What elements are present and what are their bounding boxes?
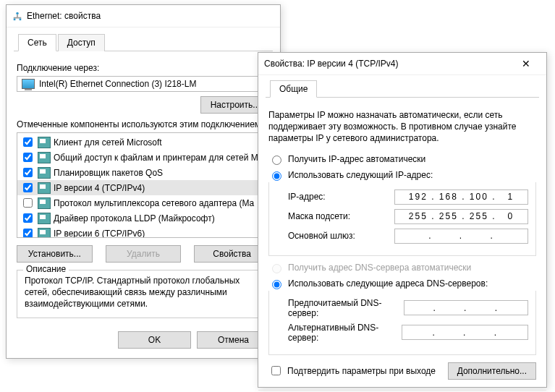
- list-item[interactable]: IP версии 4 (TCP/IPv4): [17, 180, 269, 195]
- radio-auto-ip[interactable]: Получить IP-адрес автоматически: [268, 153, 536, 165]
- description-group: Описание Протокол TCP/IP. Стандартный пр…: [17, 270, 270, 318]
- window-body: Параметры IP можно назначать автоматичес…: [258, 98, 546, 387]
- titlebar[interactable]: Ethernet: свойства: [7, 5, 280, 27]
- radio-label: Использовать следующие адреса DNS-сервер…: [288, 278, 488, 289]
- components-listbox[interactable]: Клиент для сетей Microsoft Общий доступ …: [17, 132, 270, 238]
- list-item[interactable]: Планировщик пакетов QoS: [17, 165, 269, 180]
- titlebar[interactable]: Свойства: IP версии 4 (TCP/IPv4) ✕: [258, 53, 546, 75]
- list-item[interactable]: Протокол мультиплексора сетевого адаптер…: [17, 195, 269, 210]
- adapter-name: Intel(R) Ethernet Connection (3) I218-LM: [39, 79, 196, 89]
- item-checkbox[interactable]: [23, 168, 33, 177]
- dns-fieldset: Предпочитаемый DNS-сервер: Альтернативны…: [268, 291, 536, 355]
- svg-rect-1: [17, 14, 18, 17]
- item-checkbox[interactable]: [23, 183, 33, 192]
- ok-button[interactable]: OK: [118, 331, 191, 349]
- item-checkbox[interactable]: [23, 198, 33, 208]
- radio-input[interactable]: [272, 171, 281, 181]
- item-label: Клиент для сетей Microsoft: [54, 137, 162, 148]
- item-label: Драйвер протокола LLDP (Майкрософт): [54, 213, 215, 223]
- nic-icon: [22, 79, 35, 89]
- confirm-on-exit-label: Подтвердить параметры при выходе: [287, 366, 436, 376]
- ethernet-properties-window: Ethernet: свойства Сеть Доступ Подключен…: [6, 4, 281, 359]
- item-label: Общий доступ к файлам и принтерам для се…: [54, 153, 260, 163]
- radio-input: [272, 264, 281, 273]
- ip-fieldset: IP-адрес: Маска подсети: Основной шлюз:: [268, 182, 536, 256]
- tab-network[interactable]: Сеть: [18, 34, 56, 51]
- connect-via-label: Подключение через:: [17, 63, 270, 73]
- ip-address-input[interactable]: [394, 189, 528, 205]
- description-title: Описание: [23, 264, 69, 274]
- tab-access[interactable]: Доступ: [58, 34, 105, 51]
- components-label: Отмеченные компоненты используются этим …: [17, 119, 270, 129]
- ip-label: IP-адрес:: [288, 192, 326, 202]
- item-checkbox[interactable]: [23, 153, 33, 162]
- component-icon: [38, 228, 51, 239]
- radio-manual-ip[interactable]: Использовать следующий IP-адрес:: [268, 169, 536, 181]
- radio-label: Использовать следующий IP-адрес:: [288, 170, 433, 180]
- component-icon: [38, 182, 51, 194]
- item-label: Планировщик пакетов QoS: [54, 168, 163, 178]
- component-icon: [38, 213, 51, 224]
- radio-input[interactable]: [272, 155, 281, 165]
- adapter-field: Intel(R) Ethernet Connection (3) I218-LM: [17, 76, 270, 92]
- list-item[interactable]: Общий доступ к файлам и принтерам для се…: [17, 150, 269, 165]
- item-checkbox[interactable]: [23, 137, 33, 147]
- svg-rect-3: [14, 19, 16, 21]
- intro-text: Параметры IP можно назначать автоматичес…: [268, 109, 536, 145]
- svg-rect-4: [20, 19, 22, 21]
- dialog-buttons: OK Отмена: [7, 325, 280, 357]
- remove-button[interactable]: Удалить: [106, 245, 182, 263]
- radio-auto-dns[interactable]: Получить адрес DNS-сервера автоматически: [268, 262, 536, 273]
- ipv4-properties-window: Свойства: IP версии 4 (TCP/IPv4) ✕ Общие…: [258, 52, 547, 388]
- gateway-label: Основной шлюз:: [288, 231, 355, 241]
- item-label: Протокол мультиплексора сетевого адаптер…: [54, 198, 254, 208]
- svg-rect-2: [14, 17, 22, 19]
- close-icon[interactable]: ✕: [512, 58, 541, 69]
- subnet-mask-input[interactable]: [394, 209, 528, 224]
- list-item[interactable]: IP версии 6 (TCP/IPv6): [17, 226, 269, 238]
- confirm-on-exit-checkbox[interactable]: [271, 366, 281, 375]
- component-icon: [38, 197, 51, 209]
- radio-label: Получить адрес DNS-сервера автоматически: [288, 263, 471, 273]
- item-label: IP версии 6 (TCP/IPv6): [54, 229, 145, 239]
- component-icon: [38, 167, 51, 179]
- tabstrip: Сеть Доступ: [14, 33, 273, 51]
- radio-label: Получить IP-адрес автоматически: [288, 154, 425, 164]
- item-label: IP версии 4 (TCP/IPv4): [54, 183, 145, 193]
- tab-general[interactable]: Общие: [270, 80, 317, 98]
- item-checkbox[interactable]: [23, 213, 33, 223]
- list-item[interactable]: Клиент для сетей Microsoft: [17, 135, 269, 150]
- component-icon: [38, 152, 51, 163]
- component-icon: [38, 137, 51, 148]
- window-title: Ethernet: свойства: [27, 11, 274, 21]
- gateway-input[interactable]: [394, 229, 528, 244]
- mask-label: Маска подсети:: [288, 211, 350, 221]
- dns2-label: Альтернативный DNS-сервер:: [288, 323, 402, 343]
- window-body: Подключение через: Intel(R) Ethernet Con…: [7, 51, 280, 325]
- description-text: Протокол TCP/IP. Стандартный протокол гл…: [25, 275, 262, 310]
- radio-manual-dns[interactable]: Использовать следующие адреса DNS-сервер…: [268, 278, 536, 289]
- list-item[interactable]: Драйвер протокола LLDP (Майкрософт): [17, 210, 269, 226]
- alternate-dns-input[interactable]: [402, 325, 528, 340]
- tabstrip: Общие: [266, 80, 539, 98]
- preferred-dns-input[interactable]: [404, 300, 528, 315]
- network-title-icon: [12, 11, 22, 21]
- radio-input[interactable]: [272, 280, 281, 289]
- window-title: Свойства: IP версии 4 (TCP/IPv4): [264, 59, 512, 69]
- svg-point-0: [16, 12, 19, 15]
- advanced-button[interactable]: Дополнительно...: [448, 362, 536, 380]
- install-button[interactable]: Установить...: [17, 245, 93, 263]
- item-checkbox[interactable]: [23, 229, 33, 238]
- dns1-label: Предпочитаемый DNS-сервер:: [288, 298, 404, 318]
